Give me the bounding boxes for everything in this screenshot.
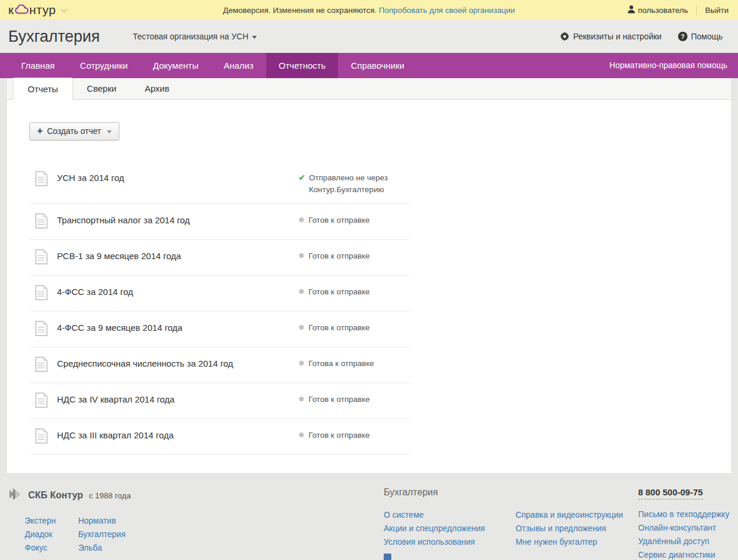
footer-link-help-videos[interactable]: Справка и видеоинструкции	[515, 508, 623, 522]
footer-company-name: СКБ Контур	[28, 490, 83, 501]
logo-text-before: к	[8, 3, 14, 17]
content-panel: Отчеты Сверки Архив + Создать отчет УСН …	[7, 78, 731, 473]
tab-arhiv[interactable]: Архив	[130, 78, 183, 99]
nav-item-sotrudniki[interactable]: Сотрудники	[68, 53, 140, 78]
footer-section-links: О системе Акции и спецпредложения Услови…	[384, 508, 623, 549]
footer-link-remote-access[interactable]: Удалённый доступ	[638, 535, 729, 548]
vk-icon	[384, 554, 391, 560]
nav-item-spravochniki[interactable]: Справочники	[338, 53, 417, 78]
footer-brand: СКБ Контур с 1988 года	[8, 487, 131, 504]
document-icon	[35, 428, 48, 446]
help-label: Помощь	[691, 32, 723, 41]
report-title[interactable]: УСН за 2014 год	[57, 170, 298, 183]
help-button[interactable]: ? Помощь	[678, 32, 723, 41]
nav-item-glavnaya[interactable]: Главная	[9, 53, 67, 78]
report-row[interactable]: 4-ФСС за 2014 год Готов к отправке	[29, 276, 411, 311]
status-dot-icon	[299, 325, 304, 330]
footer-link-need-accountant[interactable]: Мне нужен бухгалтер	[515, 535, 623, 549]
nav-item-otchetnost[interactable]: Отчетность	[266, 53, 338, 78]
user-menu[interactable]: пользователь	[628, 5, 688, 15]
status-text: Готов к отправке	[308, 286, 370, 298]
footer-link-feedback[interactable]: Отзывы и предложения	[515, 522, 623, 535]
report-status: Готова к отправке	[298, 356, 411, 370]
settings-button[interactable]: Реквизиты и настройки	[560, 32, 661, 41]
footer-link-promotions[interactable]: Акции и спецпредложения	[384, 522, 485, 535]
document-icon	[35, 393, 48, 410]
status-text: Готов к отправке	[308, 322, 370, 334]
document-icon	[35, 285, 48, 303]
create-report-button[interactable]: + Создать отчет	[29, 122, 119, 140]
report-row[interactable]: Среднесписочная численность за 2014 год …	[29, 347, 411, 383]
footer-link-diagnostics[interactable]: Сервис диагностики	[638, 548, 729, 560]
footer-link-support-mail[interactable]: Письмо в техподдержку	[638, 508, 729, 521]
support-phone[interactable]: 8 800 500-09-75	[638, 487, 703, 499]
footer-social-row[interactable]	[384, 554, 391, 560]
footer-company-block: СКБ Контур с 1988 года Экстерн Диадок Фо…	[8, 487, 131, 555]
logout-button[interactable]: Выйти	[705, 6, 729, 15]
try-for-organization-link[interactable]: Попробовать для своей организации	[379, 6, 515, 15]
footer-link-extern[interactable]: Экстерн	[25, 514, 56, 528]
create-report-label: Создать отчет	[47, 126, 101, 136]
footer-link-terms[interactable]: Условия использования	[384, 535, 485, 549]
footer-link-elba[interactable]: Эльба	[78, 541, 126, 555]
tab-sverki[interactable]: Сверки	[73, 78, 130, 99]
footer-link-normativ[interactable]: Норматив	[78, 514, 126, 528]
legal-help-link[interactable]: Нормативно-правовая помощь	[609, 53, 727, 78]
document-icon	[35, 321, 48, 338]
topbar-divider	[696, 5, 697, 15]
report-title[interactable]: РСВ-1 за 9 месяцев 2014 года	[57, 249, 298, 261]
demo-text: Демоверсия. Изменения не сохраняются.	[223, 6, 377, 15]
header-actions: Реквизиты и настройки ? Помощь	[544, 32, 723, 41]
status-text: Готов к отправке	[308, 430, 370, 441]
report-row[interactable]: НДС за IV квартал 2014 года Готов к отпр…	[29, 383, 411, 419]
top-bar-right: пользователь Выйти	[628, 5, 729, 15]
report-list: УСН за 2014 год ✔ Отправлено не через Ко…	[29, 162, 411, 455]
organization-selector[interactable]: Тестовая организация на УСН	[133, 32, 257, 41]
report-title[interactable]: 4-ФСС за 2014 год	[57, 284, 298, 297]
nav-item-analiz[interactable]: Анализ	[212, 53, 266, 78]
report-status: Готов к отправке	[298, 392, 411, 405]
footer-products: Экстерн Диадок Фокус Норматив Бухгалтери…	[25, 514, 131, 555]
report-row[interactable]: РСВ-1 за 9 месяцев 2014 года Готов к отп…	[29, 240, 411, 276]
status-text: Готова к отправке	[308, 358, 374, 370]
footer-link-fokus[interactable]: Фокус	[25, 541, 56, 555]
plus-icon: +	[37, 127, 43, 135]
document-icon	[35, 357, 48, 374]
report-row[interactable]: 4-ФСС за 9 месяцев 2014 года Готов к отп…	[29, 311, 411, 347]
footer-link-buhgalteria[interactable]: Бухгалтерия	[78, 528, 126, 541]
status-dot-icon	[299, 397, 304, 401]
status-dot-icon	[299, 253, 304, 258]
status-dot-icon	[299, 289, 304, 294]
status-text: Готов к отправке	[308, 250, 370, 262]
status-text: Отправлено не через Контур.Бухгалтерию	[309, 172, 403, 195]
report-row[interactable]: НДС за III квартал 2014 года Готов к отп…	[29, 419, 411, 455]
report-title[interactable]: 4-ФСС за 9 месяцев 2014 года	[57, 320, 298, 333]
report-title[interactable]: НДС за III квартал 2014 года	[57, 428, 298, 440]
document-icon	[35, 213, 48, 231]
report-row[interactable]: Транспортный налог за 2014 год Готов к о…	[29, 204, 411, 240]
kontur-logo-text: к нтур	[8, 3, 56, 17]
kontur-logo[interactable]: к нтур	[8, 3, 68, 17]
report-row[interactable]: УСН за 2014 год ✔ Отправлено не через Ко…	[29, 162, 411, 204]
status-dot-icon	[299, 432, 304, 437]
footer-section-title: Бухгалтерия	[384, 487, 623, 498]
report-status: Готов к отправке	[298, 320, 411, 334]
nav-item-dokumenty[interactable]: Документы	[140, 53, 210, 78]
status-dot-icon	[299, 217, 304, 222]
footer-link-diadok[interactable]: Диадок	[25, 528, 56, 541]
footer-link-online-consultant[interactable]: Онлайн-консультант	[638, 521, 729, 535]
report-title[interactable]: Среднесписочная численность за 2014 год	[57, 356, 298, 368]
gear-icon	[560, 32, 569, 41]
page-title: Бухгалтерия	[8, 28, 100, 46]
report-status: Готов к отправке	[298, 284, 411, 298]
question-mark-icon: ?	[678, 32, 687, 41]
top-bar: к нтур Демоверсия. Изменения не сохраняю…	[0, 0, 738, 20]
status-text: Готов к отправке	[308, 394, 370, 405]
footer-link-about[interactable]: О системе	[384, 508, 485, 522]
tab-otchety[interactable]: Отчеты	[13, 78, 73, 100]
status-dot-icon	[299, 361, 304, 365]
tab-strip: Отчеты Сверки Архив	[7, 78, 731, 100]
report-title[interactable]: НДС за IV квартал 2014 года	[57, 392, 298, 404]
report-title[interactable]: Транспортный налог за 2014 год	[57, 213, 298, 225]
footer-since: с 1988 года	[89, 491, 131, 500]
